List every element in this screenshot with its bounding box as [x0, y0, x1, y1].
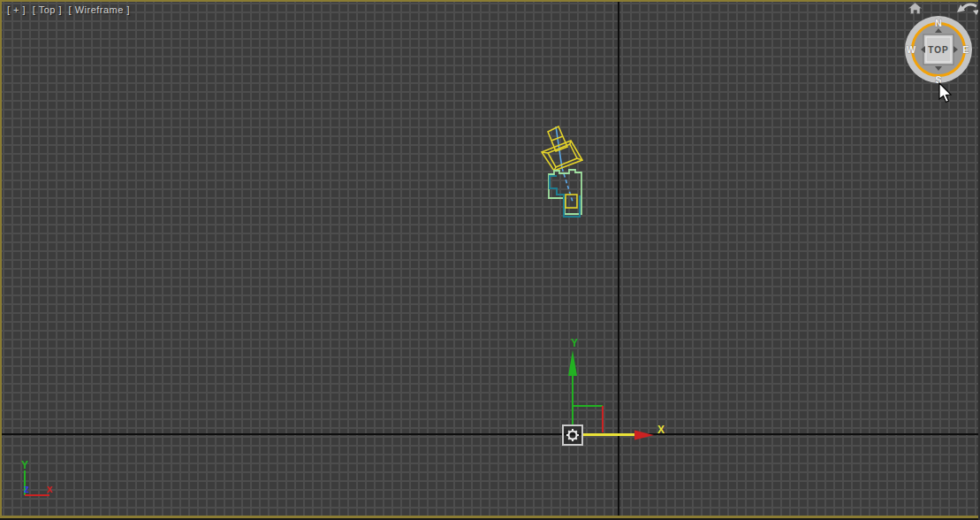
- world-axis-tripod: Y x z: [21, 459, 53, 495]
- viewcube-compass-south[interactable]: S: [935, 74, 941, 85]
- gizmo-y-arrowhead[interactable]: [568, 350, 577, 376]
- wireframe-object-teal[interactable]: [550, 176, 580, 217]
- tripod-x-label: x: [47, 483, 53, 495]
- viewcube-home-icon[interactable]: [908, 3, 922, 14]
- wireframe-object-yellow-boxes[interactable]: [542, 126, 582, 171]
- world-axis-x-line: [2, 433, 980, 435]
- gizmo-origin-icon[interactable]: [563, 425, 582, 445]
- viewport-frame-left: [0, 0, 2, 520]
- mouse-cursor: [939, 83, 951, 103]
- viewport-canvas[interactable]: [ + ] [ Top ] [ Wireframe ]: [0, 0, 980, 520]
- move-gizmo: Y X: [563, 337, 665, 445]
- world-axis-y-line: [618, 2, 619, 517]
- gizmo-x-label: X: [657, 424, 665, 436]
- viewcube-compass-east[interactable]: E: [962, 44, 969, 55]
- viewcube[interactable]: TOP N S W E: [905, 3, 979, 85]
- viewcube-face-label[interactable]: TOP: [928, 45, 948, 55]
- viewcube-compass-west[interactable]: W: [907, 44, 916, 55]
- viewport-frame-top: [0, 0, 980, 2]
- gizmo-y-label: Y: [571, 337, 578, 349]
- viewport-overlay: Y X Y x z TOP: [0, 0, 980, 520]
- viewcube-compass-north[interactable]: N: [935, 18, 942, 28]
- viewcube-roll-arrow-icon[interactable]: [957, 4, 979, 15]
- tripod-z-label: z: [24, 483, 29, 495]
- wireframe-subobject-yellow-rect[interactable]: [566, 195, 577, 208]
- tripod-y-label: Y: [21, 459, 28, 471]
- gizmo-x-arrowhead[interactable]: [634, 431, 654, 440]
